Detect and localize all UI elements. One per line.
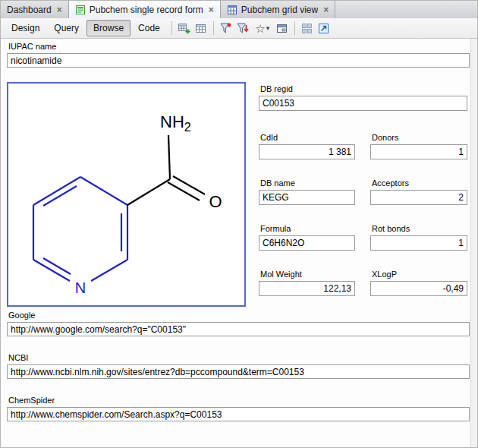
xlogp-label: XLogP bbox=[372, 270, 467, 279]
iupac-name-field: IUPAC name bbox=[7, 42, 470, 68]
form-view-icon bbox=[75, 5, 86, 15]
editor-tab-bar: Dashboard × Pubchem single record form × bbox=[1, 1, 477, 19]
xlogp-input[interactable] bbox=[370, 281, 467, 296]
amide-nh2-label: NH2 bbox=[160, 112, 191, 134]
new-table-icon bbox=[178, 22, 190, 35]
toolbar-separator bbox=[213, 21, 214, 35]
add-filter-button[interactable] bbox=[218, 20, 234, 36]
new-table-button[interactable] bbox=[176, 20, 193, 36]
chemspider-field: ChemSpider bbox=[7, 396, 470, 421]
mol-weight-label: Mol Weight bbox=[260, 270, 355, 279]
open-external-icon bbox=[317, 22, 330, 35]
formula-field: Formula bbox=[259, 224, 355, 251]
mol-weight-field: Mol Weight bbox=[259, 270, 355, 296]
table-button[interactable] bbox=[193, 20, 209, 36]
tab-close-icon[interactable]: × bbox=[209, 5, 214, 14]
db-name-field: DB name bbox=[259, 178, 355, 205]
browse-button[interactable]: Browse bbox=[86, 20, 131, 36]
donors-label: Donors bbox=[372, 133, 467, 142]
window-button[interactable] bbox=[274, 20, 291, 36]
cdid-label: CdId bbox=[260, 133, 355, 142]
tab-close-icon[interactable]: × bbox=[57, 5, 62, 14]
ncbi-label: NCBI bbox=[8, 353, 470, 362]
grid-view-icon bbox=[227, 5, 237, 15]
db-regid-label: DB regid bbox=[260, 84, 467, 93]
acceptors-input[interactable] bbox=[370, 190, 467, 205]
iupac-name-label: IUPAC name bbox=[8, 42, 470, 51]
formula-label: Formula bbox=[260, 224, 355, 233]
ncbi-field: NCBI bbox=[7, 353, 470, 379]
favorites-button[interactable]: ☆ ▾ bbox=[251, 20, 274, 36]
tab-pubchem-single-record-form[interactable]: Pubchem single record form × bbox=[69, 1, 221, 18]
rot-bonds-input[interactable] bbox=[370, 235, 467, 251]
rot-bonds-label: Rot bonds bbox=[372, 224, 467, 233]
code-button[interactable]: Code bbox=[131, 20, 167, 36]
add-filter-icon bbox=[219, 22, 232, 35]
tab-label: Dashboard bbox=[7, 5, 52, 15]
rot-bonds-field: Rot bonds bbox=[370, 224, 467, 251]
favorites-star-icon: ☆ bbox=[255, 23, 265, 34]
form-toolbar: Design Query Browse Code bbox=[1, 18, 477, 39]
open-external-button[interactable] bbox=[316, 20, 332, 36]
grid-disabled-icon bbox=[300, 22, 313, 35]
carbonyl-oxygen-label: O bbox=[209, 192, 222, 211]
db-name-label: DB name bbox=[260, 178, 355, 188]
chemspider-label: ChemSpider bbox=[8, 396, 470, 405]
grid-view-button[interactable] bbox=[299, 20, 316, 36]
google-label: Google bbox=[8, 311, 470, 320]
molecule-structure: N NH2 O bbox=[8, 84, 244, 305]
table-icon bbox=[194, 22, 207, 35]
donors-input[interactable] bbox=[370, 144, 467, 159]
google-url-input[interactable] bbox=[7, 322, 470, 336]
cdid-input[interactable] bbox=[259, 144, 355, 159]
db-name-input[interactable] bbox=[259, 190, 355, 205]
acceptors-field: Acceptors bbox=[370, 178, 467, 205]
tab-label: Pubchem grid view bbox=[241, 5, 318, 15]
acceptors-label: Acceptors bbox=[372, 178, 467, 188]
structure-viewer[interactable]: N NH2 O bbox=[7, 82, 246, 307]
ncbi-url-input[interactable] bbox=[7, 364, 470, 379]
chemspider-url-input[interactable] bbox=[7, 407, 470, 421]
tab-label: Pubchem single record form bbox=[90, 5, 203, 15]
filter-arrow-button[interactable] bbox=[234, 20, 251, 36]
application-window: Dashboard × Pubchem single record form × bbox=[0, 0, 478, 448]
xlogp-field: XLogP bbox=[370, 270, 467, 296]
vertical-scrollbar[interactable] bbox=[470, 39, 477, 447]
db-regid-input[interactable] bbox=[259, 96, 467, 111]
window-icon bbox=[275, 22, 288, 35]
query-button[interactable]: Query bbox=[47, 20, 86, 36]
tab-dashboard[interactable]: Dashboard × bbox=[1, 1, 69, 18]
tab-close-icon[interactable]: × bbox=[323, 5, 329, 14]
iupac-name-input[interactable] bbox=[7, 53, 470, 68]
ring-nitrogen-label: N bbox=[75, 279, 86, 296]
db-regid-field: DB regid bbox=[259, 84, 467, 111]
design-button[interactable]: Design bbox=[5, 20, 46, 36]
cdid-field: CdId bbox=[259, 133, 355, 159]
tab-pubchem-grid-view[interactable]: Pubchem grid view × bbox=[221, 1, 335, 18]
filter-arrow-icon bbox=[236, 22, 249, 35]
formula-input[interactable] bbox=[259, 235, 355, 251]
toolbar-separator bbox=[294, 21, 295, 35]
donors-field: Donors bbox=[370, 133, 467, 159]
google-field: Google bbox=[7, 311, 470, 336]
dropdown-caret-icon: ▾ bbox=[266, 24, 270, 32]
mol-weight-input[interactable] bbox=[259, 281, 355, 296]
record-form: IUPAC name N bbox=[1, 39, 477, 447]
toolbar-separator bbox=[171, 21, 172, 35]
